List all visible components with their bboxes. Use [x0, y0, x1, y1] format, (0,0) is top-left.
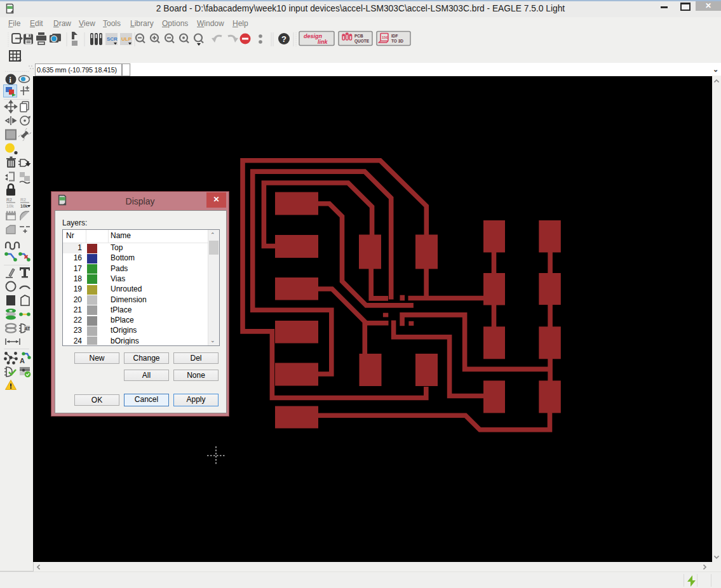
svg-text:A: A [20, 357, 25, 364]
svg-text:QUOTE: QUOTE [354, 39, 370, 44]
svg-text:R2: R2 [20, 197, 26, 202]
svg-text:AT: AT [25, 326, 31, 331]
svg-text:PCB: PCB [354, 34, 363, 38]
svg-text:TO 3D: TO 3D [391, 39, 403, 43]
svg-text:link: link [318, 39, 328, 45]
svg-text:10k: 10k [6, 204, 14, 208]
svg-text:SCR: SCR [107, 36, 118, 42]
svg-text:IDF: IDF [391, 34, 398, 38]
svg-text:R2: R2 [6, 197, 12, 202]
svg-text:150: 150 [382, 36, 389, 39]
svg-text:?: ? [281, 34, 286, 44]
svg-text:10k: 10k [20, 204, 28, 208]
svg-text:ULP: ULP [121, 36, 132, 42]
